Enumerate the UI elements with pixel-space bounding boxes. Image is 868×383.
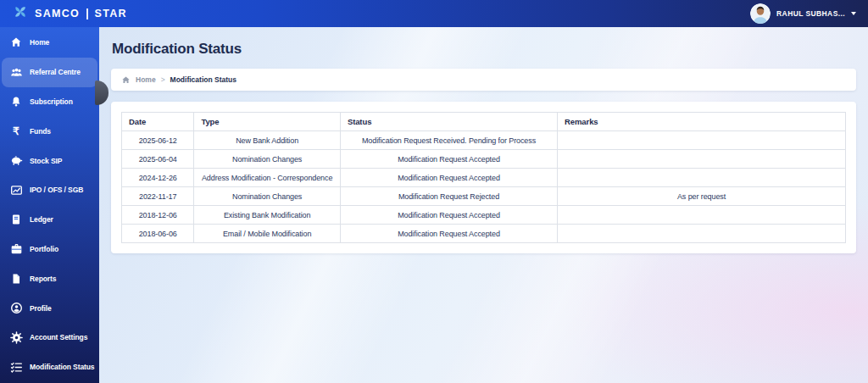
sidebar-item-funds[interactable]: ₹Funds (0, 116, 99, 146)
brand-logo[interactable]: SAMCO STAR (12, 3, 127, 24)
sidebar-item-subscription[interactable]: Subscription (0, 87, 99, 117)
column-header-type: Type (194, 113, 341, 131)
table-cell: 2025-06-04 (122, 150, 194, 169)
table-row: 2025-06-12New Bank AdditionModification … (122, 131, 846, 150)
breadcrumb: Home > Modification Status (111, 69, 856, 91)
sidebar-item-label: Funds (30, 127, 51, 136)
sidebar-item-ipo-ofs-sgb[interactable]: IPO / OFS / SGB (0, 175, 99, 205)
table-cell (558, 206, 846, 225)
sidebar-item-label: Reports (30, 275, 56, 283)
table-cell: Existing Bank Modification (194, 206, 341, 225)
breadcrumb-home-link[interactable]: Home (136, 75, 156, 84)
table-cell: 2022-11-17 (122, 187, 194, 206)
home-icon (121, 75, 131, 85)
table-cell (558, 225, 846, 243)
sidebar-item-label: Portfolio (30, 245, 58, 253)
table-cell: 2018-06-06 (122, 225, 194, 243)
sidebar-item-label: Ledger (30, 215, 53, 224)
table-cell (558, 150, 846, 169)
sidebar-item-label: Stock SIP (30, 157, 62, 165)
main-content: Modification Status Home > Modification … (99, 27, 868, 383)
sidebar-item-label: Profile (30, 304, 52, 313)
table-cell: Address Modification - Correspondence (194, 169, 341, 187)
sidebar-item-modification-status[interactable]: Modification Status (0, 352, 99, 382)
breadcrumb-separator: > (161, 75, 165, 84)
avatar (750, 3, 771, 24)
bell-icon (9, 96, 23, 108)
sidebar-item-stock-sip[interactable]: Stock SIP (0, 146, 99, 175)
table-cell: Email / Mobile Modification (194, 225, 341, 243)
table-row: 2025-06-04Nomination ChangesModification… (122, 150, 846, 169)
column-header-status: Status (340, 113, 557, 131)
breadcrumb-current: Modification Status (170, 75, 236, 84)
page-title: Modification Status (112, 41, 856, 58)
gear-icon (9, 331, 23, 344)
home-icon (9, 36, 23, 48)
sidebar-item-home[interactable]: Home (0, 28, 99, 58)
document-icon (9, 273, 23, 285)
sidebar-item-reports[interactable]: Reports (0, 264, 99, 293)
sidebar-item-ledger[interactable]: Ledger (0, 205, 99, 235)
sidebar-item-account-settings[interactable]: Account Settings (0, 323, 99, 352)
modification-table: DateTypeStatusRemarks 2025-06-12New Bank… (121, 112, 846, 243)
topbar: SAMCO STAR RAHUL SUBHAS... (0, 0, 868, 27)
referral-icon (9, 66, 23, 79)
table-cell: Modification Request Accepted (340, 169, 557, 187)
table-cell: New Bank Addition (194, 131, 341, 150)
table-cell: Nomination Changes (194, 150, 341, 169)
user-menu[interactable]: RAHUL SUBHAS... (750, 3, 856, 24)
column-header-remarks: Remarks (558, 113, 846, 131)
table-cell (558, 131, 846, 150)
sidebar-item-label: Account Settings (30, 333, 87, 341)
piggy-bank-icon (9, 154, 23, 167)
table-row: 2018-12-06Existing Bank ModificationModi… (122, 206, 846, 225)
sidebar-item-profile[interactable]: Profile (0, 293, 99, 323)
sidebar-item-label: IPO / OFS / SGB (30, 186, 83, 194)
table-header-row: DateTypeStatusRemarks (122, 113, 846, 131)
table-row: 2024-12-26Address Modification - Corresp… (122, 169, 846, 187)
sidebar-item-referral-centre[interactable]: Referral Centre (2, 58, 97, 87)
table-cell: Modification Request Accepted (340, 206, 557, 225)
sidebar-item-label: Modification Status (30, 363, 95, 371)
sidebar-item-label: Home (30, 38, 49, 47)
brand-product: STAR (95, 8, 127, 19)
briefcase-icon (9, 242, 23, 255)
table-cell: 2018-12-06 (122, 206, 194, 225)
sidebar-item-portfolio[interactable]: Portfolio (0, 235, 99, 264)
samco-pinwheel-icon (12, 3, 29, 24)
table-cell: Modification Request Accepted (340, 150, 557, 169)
brand-divider (86, 8, 88, 19)
table-row: 2022-11-17Nomination ChangesModification… (122, 187, 846, 206)
table-cell: Modification Request Received. Pending f… (340, 131, 557, 150)
brand-name: SAMCO (35, 8, 80, 19)
sidebar-item-label: Referral Centre (30, 68, 81, 76)
table-cell: Modification Request Accepted (340, 225, 557, 243)
user-name: RAHUL SUBHAS... (776, 9, 845, 18)
rupee-icon: ₹ (9, 125, 23, 137)
sidebar-item-label: Subscription (30, 97, 73, 106)
table-cell: 2024-12-26 (122, 169, 194, 187)
chevron-down-icon (851, 12, 856, 15)
table-cell: Modification Request Rejected (340, 187, 557, 206)
table-cell: As per request (558, 187, 846, 206)
ledger-icon (9, 214, 23, 225)
person-icon (9, 302, 23, 314)
table-cell (558, 169, 846, 187)
table-row: 2018-06-06Email / Mobile ModificationMod… (122, 225, 846, 243)
chart-icon (9, 184, 23, 197)
table-cell: 2025-06-12 (122, 131, 194, 150)
modification-table-card: DateTypeStatusRemarks 2025-06-12New Bank… (111, 102, 856, 253)
sidebar: HomeReferral CentreSubscription₹FundsSto… (0, 27, 99, 383)
svg-text:₹: ₹ (13, 125, 19, 137)
checklist-icon (9, 361, 23, 374)
column-header-date: Date (122, 113, 194, 131)
table-cell: Nomination Changes (194, 187, 341, 206)
sidebar-nav: HomeReferral CentreSubscription₹FundsSto… (0, 27, 99, 382)
